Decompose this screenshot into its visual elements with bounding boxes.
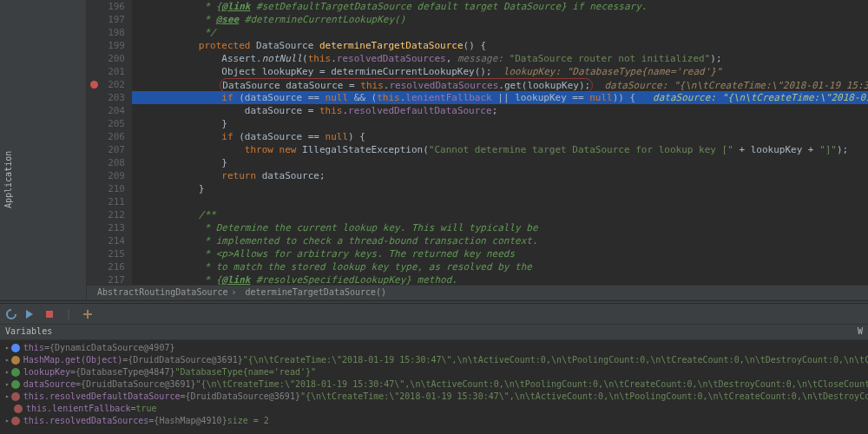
var-kind-icon (11, 392, 20, 401)
variable-row[interactable]: ▸lookupKey = {DatabaseType@4847} "Databa… (0, 366, 868, 378)
line-number[interactable]: 205 (87, 117, 125, 130)
line-number[interactable]: 212 (87, 208, 125, 221)
var-name: HashMap.get(Object) (23, 354, 122, 366)
code-line[interactable]: * implemented to check a thread-bound tr… (132, 234, 868, 247)
code-line[interactable] (132, 195, 868, 208)
eval-icon[interactable] (82, 308, 94, 320)
code-line[interactable]: if (dataSource == null) { (132, 130, 868, 143)
var-type: {DynamicDataSource@4907} (49, 342, 175, 354)
line-number[interactable]: 216 (87, 260, 125, 273)
code-container[interactable]: 1961971981992002012022032042052062072082… (87, 0, 868, 285)
code-line[interactable]: * {@link #resolveSpecifiedLookupKey} met… (132, 273, 868, 285)
var-value: "{\n\tCreateTime:\"2018-01-19 15:30:47\"… (300, 391, 868, 403)
code-line[interactable]: Object lookupKey = determineCurrentLooku… (132, 65, 868, 78)
svg-rect-0 (46, 311, 53, 318)
line-number[interactable]: 202 (87, 78, 125, 91)
var-value: true (135, 403, 156, 415)
line-number[interactable]: 196 (87, 0, 125, 13)
variable-row[interactable]: ▸this = {DynamicDataSource@4907} (0, 342, 868, 354)
side-panel-label[interactable]: Application (3, 151, 13, 208)
breadcrumb[interactable]: AbstractRoutingDataSource› determineTarg… (87, 285, 868, 300)
expand-arrow-icon[interactable]: ▸ (5, 391, 10, 403)
var-value: "{\n\tCreateTime:\"2018-01-19 15:30:47\"… (196, 378, 868, 391)
expand-arrow-icon[interactable]: ▸ (5, 415, 10, 427)
restart-icon[interactable] (5, 308, 17, 320)
line-number[interactable]: 207 (87, 143, 125, 156)
code-line[interactable]: */ (132, 26, 868, 39)
code-line[interactable]: * to match the stored lookup key type, a… (132, 260, 868, 273)
code-line[interactable]: return dataSource; (132, 169, 868, 182)
code-line[interactable]: * Determine the current lookup key. This… (132, 221, 868, 234)
code-line[interactable]: * @see #determineCurrentLookupKey() (132, 13, 868, 26)
code-line[interactable]: DataSource dataSource = this.resolvedDat… (132, 78, 868, 91)
separator-icon (62, 308, 75, 320)
code-line[interactable]: protected DataSource determineTargetData… (132, 39, 868, 52)
line-number[interactable]: 203 (87, 91, 125, 104)
var-name: lookupKey (23, 366, 70, 378)
variables-right-label[interactable]: W (858, 326, 863, 338)
expand-arrow-icon[interactable]: ▸ (5, 342, 10, 354)
variables-body[interactable]: ▸this = {DynamicDataSource@4907}▸HashMap… (0, 340, 868, 434)
variable-row[interactable]: this.lenientFallback = true (0, 403, 868, 415)
var-type: {HashMap@4910} (154, 415, 227, 427)
editor-area: 1961971981992002012022032042052062072082… (87, 0, 868, 300)
gutter[interactable]: 1961971981992002012022032042052062072082… (87, 0, 132, 285)
debug-panel: Variables W ▸this = {DynamicDataSource@4… (0, 304, 868, 434)
line-number[interactable]: 210 (87, 182, 125, 195)
code-line[interactable]: * {@link #setDefaultTargetDataSource def… (132, 0, 868, 13)
line-number[interactable]: 206 (87, 130, 125, 143)
var-kind-icon (14, 404, 23, 413)
var-kind-icon (11, 344, 20, 352)
step-icon[interactable] (24, 308, 36, 320)
line-number[interactable]: 209 (87, 169, 125, 182)
line-number[interactable]: 198 (87, 26, 125, 39)
line-number[interactable]: 197 (87, 13, 125, 26)
breakpoint-icon[interactable] (90, 81, 98, 89)
line-number[interactable]: 211 (87, 195, 125, 208)
code-line[interactable]: } (132, 156, 868, 169)
line-number[interactable]: 201 (87, 65, 125, 78)
code-body[interactable]: * {@link #setDefaultTargetDataSource def… (132, 0, 868, 285)
line-number[interactable]: 215 (87, 247, 125, 260)
left-side-panel: Application (0, 0, 87, 300)
variables-header: Variables W (0, 325, 868, 340)
debug-toolbar (0, 304, 868, 325)
expand-arrow-icon[interactable]: ▸ (5, 366, 10, 378)
stop-icon[interactable] (43, 308, 56, 320)
code-line[interactable]: * <p>Allows for arbitrary keys. The retu… (132, 247, 868, 260)
variable-row[interactable]: ▸dataSource = {DruidDataSource@3691} "{\… (0, 378, 868, 391)
code-line[interactable]: Assert.notNull(this.resolvedDataSources,… (132, 52, 868, 65)
breadcrumb-class[interactable]: AbstractRoutingDataSource (94, 287, 232, 297)
var-value: "DatabaseType{name='read'}" (174, 366, 316, 378)
code-line[interactable]: } (132, 182, 868, 195)
line-number[interactable]: 208 (87, 156, 125, 169)
var-type: {DruidDataSource@3691} (81, 378, 195, 391)
line-number[interactable]: 217 (87, 273, 125, 285)
var-type: {DruidDataSource@3691} (128, 354, 242, 366)
var-name: this.resolvedDataSources (23, 415, 149, 427)
code-line[interactable]: } (132, 117, 868, 130)
editor-region: Application 1961971981992002012022032042… (0, 0, 868, 300)
line-number[interactable]: 213 (87, 221, 125, 234)
variable-row[interactable]: ▸HashMap.get(Object) = {DruidDataSource@… (0, 354, 868, 366)
var-kind-icon (11, 380, 20, 389)
line-number[interactable]: 199 (87, 39, 125, 52)
breadcrumb-method[interactable]: determineTargetDataSource() (242, 287, 391, 297)
var-name: dataSource (23, 378, 76, 391)
expand-arrow-icon[interactable]: ▸ (5, 354, 10, 366)
var-value: size = 2 (227, 415, 269, 427)
line-number[interactable]: 214 (87, 234, 125, 247)
line-number[interactable]: 204 (87, 104, 125, 117)
variable-row[interactable]: ▸this.resolvedDataSources = {HashMap@491… (0, 415, 868, 427)
code-line[interactable]: /** (132, 208, 868, 221)
variable-row[interactable]: ▸this.resolvedDefaultDataSource = {Druid… (0, 391, 868, 403)
code-line[interactable]: throw new IllegalStateException("Cannot … (132, 143, 868, 156)
var-kind-icon (11, 368, 20, 377)
var-name: this (23, 342, 44, 354)
expand-arrow-icon[interactable]: ▸ (5, 378, 10, 391)
code-line[interactable]: dataSource = this.resolvedDefaultDataSou… (132, 104, 868, 117)
var-name: this.lenientFallback (26, 403, 130, 415)
code-line[interactable]: if (dataSource == null && (this.lenientF… (132, 91, 868, 104)
var-kind-icon (11, 356, 20, 365)
line-number[interactable]: 200 (87, 52, 125, 65)
